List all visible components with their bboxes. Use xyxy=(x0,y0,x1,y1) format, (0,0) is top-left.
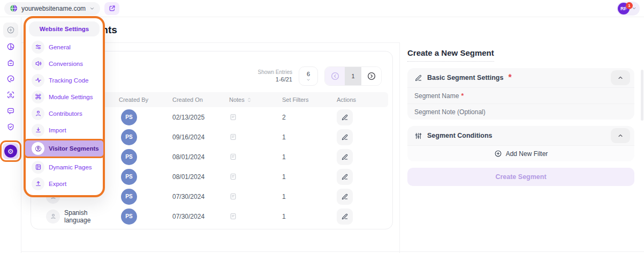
create-segment-button[interactable]: Create Segment xyxy=(407,168,634,186)
pager: 1 xyxy=(324,66,382,86)
shown-entries: Shown Entries 1-6/21 xyxy=(258,69,292,84)
bag-icon[interactable] xyxy=(4,56,18,70)
face-scan-icon[interactable] xyxy=(4,88,18,102)
open-website-button[interactable] xyxy=(104,2,119,15)
edit-button[interactable] xyxy=(337,109,353,125)
globe-icon xyxy=(10,4,18,12)
col-set-filters: Set Filters xyxy=(278,96,332,103)
chevron-up-icon xyxy=(617,132,624,139)
plus-circle-icon xyxy=(494,150,502,158)
user-menu[interactable]: RF 1 xyxy=(617,2,640,16)
dashboard-icon[interactable] xyxy=(3,23,18,38)
edit-button[interactable] xyxy=(337,129,353,145)
avatar: RF 1 xyxy=(618,3,630,14)
per-page-select[interactable]: 6 xyxy=(299,66,318,86)
chevron-down-icon xyxy=(89,6,95,11)
col-notes[interactable]: Notes xyxy=(225,96,278,103)
sort-icon xyxy=(247,97,252,103)
shield-icon[interactable] xyxy=(4,120,18,134)
note-icon[interactable] xyxy=(229,113,237,121)
note-icon[interactable] xyxy=(229,212,237,220)
note-icon[interactable] xyxy=(229,173,237,181)
sidebar-item-settings[interactable]: ⚙ xyxy=(0,140,21,162)
user-circle-icon xyxy=(32,142,44,155)
filters-icon xyxy=(414,132,422,140)
chat-icon[interactable] xyxy=(4,104,18,118)
basic-segment-settings-section: Basic Segment Settings * Segment Name* xyxy=(407,68,634,120)
segment-note-input[interactable]: Segment Note (Optional) xyxy=(407,103,634,120)
command-icon: ⌘ xyxy=(32,91,44,103)
settings-icon: ⚙ xyxy=(4,145,17,158)
menu-item-import[interactable]: Import xyxy=(29,122,100,138)
edit-button[interactable] xyxy=(337,169,353,185)
menu-item-general[interactable]: General xyxy=(29,39,100,55)
chevron-down-icon xyxy=(306,78,310,82)
user-circle-icon xyxy=(46,210,60,224)
website-settings-menu: Website Settings General Conversions Tra… xyxy=(24,16,105,197)
table-row[interactable]: Spanish language PS 07/30/2024 1 xyxy=(35,206,388,226)
add-new-filter-button[interactable]: Add New Filter xyxy=(407,145,634,161)
upload-icon xyxy=(32,177,44,190)
menu-item-contributors[interactable]: Contributors xyxy=(29,105,100,122)
person-icon xyxy=(32,107,44,120)
menu-item-tracking-code[interactable]: Tracking Code xyxy=(29,72,100,88)
edit-button[interactable] xyxy=(337,189,353,205)
creator-avatar: PS xyxy=(121,209,137,225)
download-icon xyxy=(32,124,44,137)
chevron-up-icon xyxy=(617,75,624,81)
segment-name-input[interactable]: Segment Name* xyxy=(407,87,634,103)
note-icon[interactable] xyxy=(229,153,237,161)
collapse-button[interactable] xyxy=(611,70,630,85)
section-title: Basic Segment Settings xyxy=(427,74,503,81)
menu-item-dynamic-pages[interactable]: Dynamic Pages xyxy=(29,159,100,175)
sliders-icon xyxy=(32,41,44,54)
top-bar: yourwebsitename.com RF 1 xyxy=(0,0,644,17)
panel-title: Create a New Segment xyxy=(407,48,494,62)
website-selector[interactable]: yourwebsitename.com xyxy=(4,2,100,15)
recordings-icon[interactable] xyxy=(4,72,18,86)
edit-button[interactable] xyxy=(337,209,353,225)
pie-chart-icon[interactable] xyxy=(4,40,18,54)
note-icon[interactable] xyxy=(229,192,237,200)
col-actions: Actions xyxy=(332,96,388,103)
bottom-divider xyxy=(21,251,644,252)
book-icon xyxy=(32,161,44,174)
external-link-icon xyxy=(109,5,116,12)
pulse-icon xyxy=(32,74,44,87)
col-created-on: Created On xyxy=(168,96,225,103)
menu-item-module-settings[interactable]: ⌘ Module Settings xyxy=(29,88,100,105)
creator-avatar: PS xyxy=(121,149,137,165)
creator-avatar: PS xyxy=(121,129,137,145)
next-page-button[interactable] xyxy=(361,67,381,85)
creator-avatar: PS xyxy=(121,169,137,185)
current-page[interactable]: 1 xyxy=(345,67,361,85)
pencil-icon xyxy=(414,74,422,82)
menu-item-conversions[interactable]: Conversions xyxy=(29,55,100,72)
website-selector-label: yourwebsitename.com xyxy=(21,5,86,12)
col-created-by: Created By xyxy=(115,96,168,103)
note-icon[interactable] xyxy=(229,133,237,141)
megaphone-icon xyxy=(32,57,44,70)
menu-item-export[interactable]: Export xyxy=(29,175,100,192)
menu-header: Website Settings xyxy=(29,21,100,36)
section-title: Segment Conditions xyxy=(427,132,493,139)
notification-badge: 1 xyxy=(626,2,633,9)
collapse-button[interactable] xyxy=(611,128,630,143)
scrollbar-thumb[interactable] xyxy=(641,70,643,121)
creator-avatar: PS xyxy=(121,109,137,125)
prev-page-button[interactable] xyxy=(325,67,345,85)
create-segment-panel: Create a New Segment Basic Segment Setti… xyxy=(400,43,644,253)
edit-button[interactable] xyxy=(337,149,353,165)
creator-avatar: PS xyxy=(121,189,137,205)
segment-conditions-section: Segment Conditions Add New Filter xyxy=(407,126,634,161)
sidebar: ⚙ xyxy=(0,17,21,253)
menu-item-visitor-segments[interactable]: Visitor Segments xyxy=(24,139,105,158)
